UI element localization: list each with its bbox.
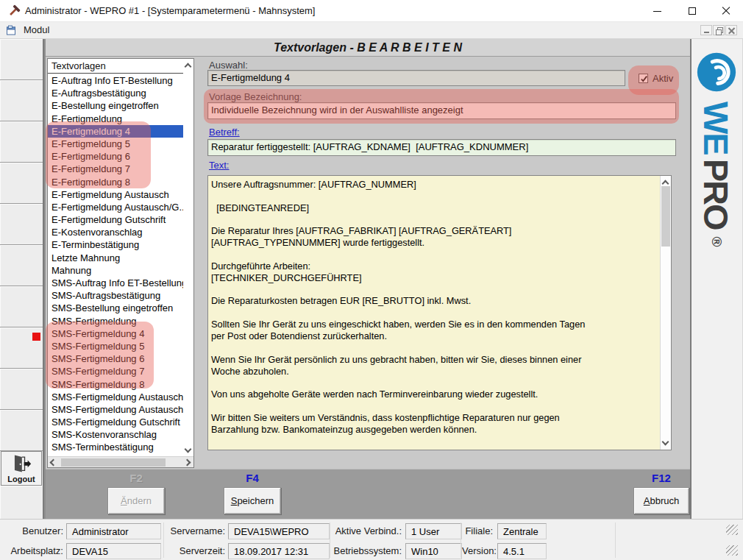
- mdi-close-icon: [728, 27, 735, 34]
- list-item[interactable]: E-Auftragsbestätigung: [48, 87, 185, 99]
- mdi-close-button[interactable]: [725, 25, 737, 35]
- resize-grip[interactable]: [726, 545, 738, 556]
- betriebssystem-label: Betriebssystem:: [331, 543, 402, 559]
- logout-label: Logout: [7, 475, 35, 483]
- list-item[interactable]: E-Fertigmeldung Austausch: [48, 188, 185, 201]
- menubar: Modul: [0, 22, 743, 39]
- toolbar-slot[interactable]: [0, 163, 43, 204]
- toolbar-slot[interactable]: [0, 245, 43, 286]
- speichern-button[interactable]: Speichern: [224, 487, 281, 514]
- scroll-down-icon[interactable]: [185, 446, 192, 453]
- list-item[interactable]: SMS-Auftragsbestätigung: [48, 289, 185, 302]
- highlight-annotation-e-fertigmeldung: [46, 121, 151, 188]
- toolbar-slot[interactable]: [0, 410, 43, 451]
- mdi-minimize-button[interactable]: [700, 25, 712, 35]
- benutzer-value: Administrator: [66, 523, 161, 539]
- list-item[interactable]: SMS-Bestellung eingetroffen: [48, 302, 185, 314]
- list-item[interactable]: E-Fertigmeldung Gutschrift: [48, 213, 185, 226]
- list-horizontal-scrollbar[interactable]: [48, 456, 193, 467]
- list-item[interactable]: SMS-Fertigmeldung Austausch: [48, 391, 185, 403]
- serverzeit-value: 18.09.2017 12:31: [228, 543, 330, 559]
- action-bar: F2 Ändern F4 Speichern F12 Abbruch: [46, 469, 690, 519]
- logo-pro-text: PRO: [697, 159, 737, 230]
- minimize-icon: [653, 11, 661, 12]
- toolbar-slot: [0, 486, 43, 519]
- list-item[interactable]: E-Terminbestätigung: [48, 238, 185, 251]
- logout-button[interactable]: Logout: [1, 451, 42, 486]
- close-icon: [722, 7, 730, 15]
- serverzeit-label: Serverzeit:: [165, 543, 225, 559]
- list-item[interactable]: SMS-Fertigmeldung Gutschrift: [48, 416, 185, 428]
- toolbar-slot[interactable]: [0, 121, 43, 163]
- statusbar-separator: [615, 522, 616, 558]
- list-item[interactable]: E-Auftrag Info ET-Bestellung: [48, 74, 185, 87]
- wepro-swirl-icon: [696, 52, 737, 93]
- list-item[interactable]: E-Kostenvoranschlag: [48, 226, 185, 238]
- scroll-up-icon[interactable]: [185, 63, 192, 71]
- mdi-restore-icon: [716, 27, 722, 34]
- betreff-label[interactable]: Betreff:: [209, 127, 240, 138]
- arbeitsplatz-value: DEVA15: [66, 543, 161, 559]
- mdi-minimize-icon: [704, 32, 709, 33]
- highlight-annotation-sms-fertigmeldung: [46, 322, 154, 389]
- red-notification-square: [32, 333, 40, 341]
- mdi-restore-button[interactable]: [713, 25, 725, 35]
- window-close-button[interactable]: [709, 0, 742, 22]
- abbruch-button[interactable]: Abbruch: [633, 487, 689, 514]
- statusbar-separator: [163, 522, 164, 558]
- scroll-right-icon[interactable]: [184, 459, 191, 467]
- list-item[interactable]: SMS-Kostenvoranschlag: [48, 428, 185, 441]
- scrollbar-thumb[interactable]: [661, 186, 670, 247]
- benutzer-label: Benutzer:: [4, 523, 63, 539]
- resize-grip[interactable]: [726, 525, 738, 535]
- template-listbox: Textvorlagen E-Auftrag Info ET-Bestellun…: [47, 58, 194, 468]
- statusbar: Benutzer: Administrator Arbeitsplatz: DE…: [0, 519, 743, 560]
- abbruch-label: Abbruch: [644, 495, 679, 506]
- list-item[interactable]: E-Bestellung eingetroffen: [48, 99, 185, 112]
- page-title: Textvorlagen - B E A R B E I T E N: [274, 39, 462, 56]
- betreff-field[interactable]: Reparatur fertiggestellt: [AUFTRAG_KDNAM…: [207, 139, 676, 156]
- list-item[interactable]: SMS-Auftrag Info ET-Bestellung: [48, 277, 185, 289]
- f4-key-label: F4: [223, 472, 282, 484]
- filiale-label: Filiale:: [462, 523, 493, 539]
- scroll-down-icon[interactable]: [662, 439, 669, 446]
- scrollbar-thumb[interactable]: [61, 458, 166, 467]
- menu-modul[interactable]: Modul: [21, 22, 52, 38]
- toolbar-slot[interactable]: [0, 369, 43, 410]
- auswahl-field[interactable]: E-Fertigmeldung 4: [207, 70, 625, 86]
- list-item[interactable]: E-Fertigmeldung Austausch/G..: [48, 201, 185, 213]
- list-item[interactable]: SMS-Fertigmeldung Austausch: [48, 403, 185, 416]
- servername-label: Servername:: [165, 523, 225, 539]
- text-label[interactable]: Text:: [209, 160, 229, 171]
- scroll-left-icon[interactable]: [50, 459, 57, 467]
- modul-form-icon: [6, 25, 17, 36]
- list-item[interactable]: SMS-Terminbestätigung: [48, 441, 185, 453]
- aendern-button[interactable]: Ändern: [107, 487, 165, 514]
- f12-key-label: F12: [632, 472, 691, 484]
- list-vertical-scrollbar[interactable]: [183, 59, 193, 456]
- panel-title-strip: Textvorlagen - B E A R B E I T E N: [46, 39, 690, 57]
- text-content[interactable]: Unsere Auftragsnummer: [AUFTRAG_NUMMER] …: [211, 179, 650, 436]
- auswahl-label: Auswahl:: [209, 60, 248, 71]
- filiale-value: Zentrale: [497, 523, 547, 539]
- window-minimize-button[interactable]: [641, 0, 674, 22]
- verbindungen-value: 1 User: [405, 523, 462, 539]
- logout-door-icon: [10, 453, 32, 474]
- list-item[interactable]: Letzte Mahnung: [48, 252, 185, 264]
- toolbar-slot[interactable]: [0, 39, 43, 80]
- text-vertical-scrollbar[interactable]: [660, 176, 671, 450]
- list-item[interactable]: Mahnung: [48, 264, 185, 277]
- statusbar-separator: [461, 522, 461, 558]
- logo-we-text: WE: [697, 102, 737, 155]
- toolbar-slot[interactable]: [0, 204, 43, 245]
- window-maximize-button[interactable]: [675, 0, 708, 22]
- maximize-icon: [689, 7, 696, 15]
- highlight-annotation-vorlage: [204, 89, 679, 124]
- toolbar-slot[interactable]: [0, 80, 43, 121]
- text-editor[interactable]: Unsere Auftragsnummer: [AUFTRAG_NUMMER] …: [207, 175, 672, 450]
- toolbar-slot[interactable]: [0, 286, 43, 327]
- statusbar-separator: [330, 522, 330, 558]
- hammer-app-icon: [7, 4, 21, 18]
- betriebssystem-value: Win10: [405, 543, 462, 559]
- arbeitsplatz-label: Arbeitsplatz:: [4, 543, 63, 559]
